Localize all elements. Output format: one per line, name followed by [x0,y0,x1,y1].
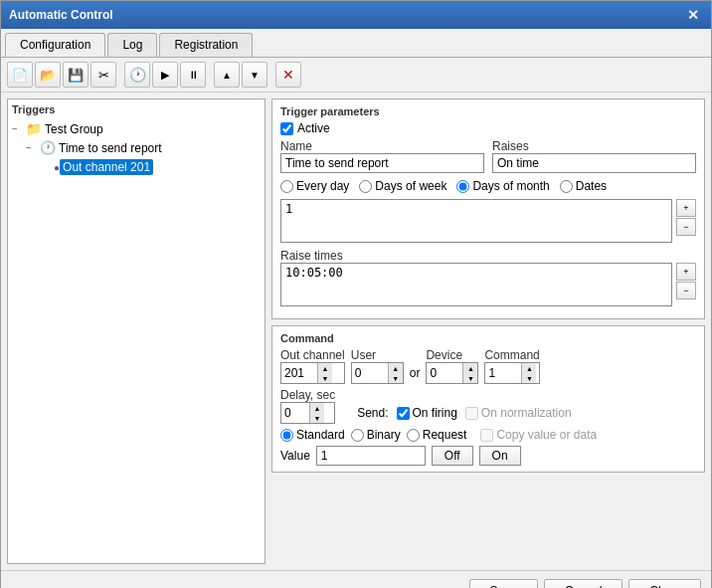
radio-dates-input[interactable] [560,180,573,193]
tree-item-out-channel[interactable]: ● Out channel 201 [12,157,261,177]
delete-button[interactable]: ✕ [275,62,301,88]
on-button[interactable]: On [479,446,521,466]
command-label: Command [484,348,539,362]
active-label[interactable]: Active [297,121,330,135]
off-button[interactable]: Off [432,446,473,466]
raise-times-increment-button[interactable]: + [676,263,696,281]
trigger-params-section: Trigger parameters Active Name Raises [271,98,705,319]
radio-days-of-month[interactable]: Days of month [456,179,549,193]
pause-button[interactable]: ⏸ [180,62,206,88]
down-button[interactable]: ▼ [242,62,267,88]
radio-request-label: Request [423,428,467,442]
radio-every-day[interactable]: Every day [280,179,349,193]
radio-binary[interactable]: Binary [351,428,401,442]
radio-every-day-input[interactable] [280,180,293,193]
raise-times-row: + − [280,263,696,306]
on-firing-text: On firing [413,406,457,420]
right-panel: Trigger parameters Active Name Raises [271,98,705,564]
name-input[interactable] [280,153,484,173]
copy-value-label[interactable]: Copy value or data [480,428,597,442]
play-button[interactable]: ▶ [152,62,178,88]
command-up-button[interactable]: ▲ [522,363,536,373]
value-input[interactable] [316,446,426,466]
radio-standard-label: Standard [296,428,345,442]
out-channel-up-button[interactable]: ▲ [318,363,332,373]
out-channel-spin-btns: ▲ ▼ [317,363,332,383]
delay-spinbox: ▲ ▼ [280,402,335,424]
on-normalization-label[interactable]: On normalization [465,406,572,420]
copy-value-checkbox[interactable] [480,429,493,442]
active-checkbox[interactable] [280,122,293,135]
tree-label-time-send: Time to send report [59,141,162,155]
new-button[interactable]: 📄 [7,62,33,88]
out-channel-down-button[interactable]: ▼ [318,373,332,383]
send-group: Send: On firing On normalization [357,406,571,420]
tab-registration[interactable]: Registration [159,33,253,57]
days-increment-button[interactable]: + [676,199,696,217]
channel-user-row: Out channel ▲ ▼ User [280,348,696,384]
command-input[interactable] [485,365,521,381]
delay-down-button[interactable]: ▼ [310,413,324,423]
days-decrement-button[interactable]: − [676,218,696,236]
radio-binary-label: Binary [367,428,401,442]
raises-input[interactable] [492,153,696,173]
cancel-button[interactable]: Cancel [544,579,623,588]
user-up-button[interactable]: ▲ [389,363,403,373]
radio-request-input[interactable] [407,429,420,442]
clock-button[interactable]: 🕐 [124,62,150,88]
tab-configuration[interactable]: Configuration [5,33,105,57]
command-section: Command Out channel ▲ ▼ [271,325,705,473]
raise-times-textarea[interactable] [280,263,672,306]
cut-button[interactable]: ✂ [90,62,116,88]
radio-standard-input[interactable] [280,429,293,442]
tree-label-out-channel: Out channel 201 [60,159,153,175]
raise-times-spin-buttons: + − [676,263,696,299]
radio-days-of-week[interactable]: Days of week [359,179,446,193]
tab-log[interactable]: Log [107,33,157,57]
bottom-bar: Save Cancel Close [1,570,711,588]
value-row: Value Off On [280,446,696,466]
device-label: Device [426,348,478,362]
on-normalization-checkbox[interactable] [465,407,478,420]
radio-request[interactable]: Request [407,428,467,442]
save-button[interactable]: Save [469,579,538,588]
radio-dates[interactable]: Dates [560,179,607,193]
trigger-params-title: Trigger parameters [280,105,696,117]
radio-binary-input[interactable] [351,429,364,442]
open-button[interactable]: 📂 [35,62,61,88]
user-down-button[interactable]: ▼ [389,373,403,383]
out-channel-spinbox: ▲ ▼ [280,362,345,384]
user-group: User ▲ ▼ [351,348,404,384]
out-channel-input[interactable] [281,365,317,381]
tree-item-test-group[interactable]: − 📁 Test Group [12,119,261,138]
device-down-button[interactable]: ▼ [463,373,477,383]
command-down-button[interactable]: ▼ [522,373,536,383]
delay-input[interactable] [281,405,309,421]
clock-icon: 🕐 [40,140,56,155]
raise-times-section: Raise times + − [280,249,696,306]
user-input[interactable] [352,365,388,381]
command-group: Command ▲ ▼ [484,348,539,384]
days-spin-buttons: + − [676,199,696,236]
device-input[interactable] [427,365,462,381]
days-textarea[interactable] [280,199,672,243]
tree-item-time-send-report[interactable]: − 🕐 Time to send report [12,138,261,157]
device-up-button[interactable]: ▲ [463,363,477,373]
on-firing-checkbox[interactable] [397,407,410,420]
expander-test-group: − [12,123,26,134]
radio-standard[interactable]: Standard [280,428,345,442]
triggers-title: Triggers [12,103,261,115]
raise-times-decrement-button[interactable]: − [676,282,696,299]
up-button[interactable]: ▲ [214,62,240,88]
radio-days-of-month-input[interactable] [456,180,469,193]
on-firing-label[interactable]: On firing [397,406,457,420]
radio-days-of-week-input[interactable] [359,180,372,193]
device-spin-btns: ▲ ▼ [462,363,477,383]
close-button[interactable]: Close [628,579,701,588]
main-window: Automatic Control ✕ Configuration Log Re… [0,0,712,588]
window-close-button[interactable]: ✕ [683,7,703,23]
save-toolbar-button[interactable]: 💾 [63,62,89,88]
tree: − 📁 Test Group − 🕐 Time to send report ●… [12,119,261,177]
delay-up-button[interactable]: ▲ [310,403,324,413]
out-channel-group: Out channel ▲ ▼ [280,348,345,384]
